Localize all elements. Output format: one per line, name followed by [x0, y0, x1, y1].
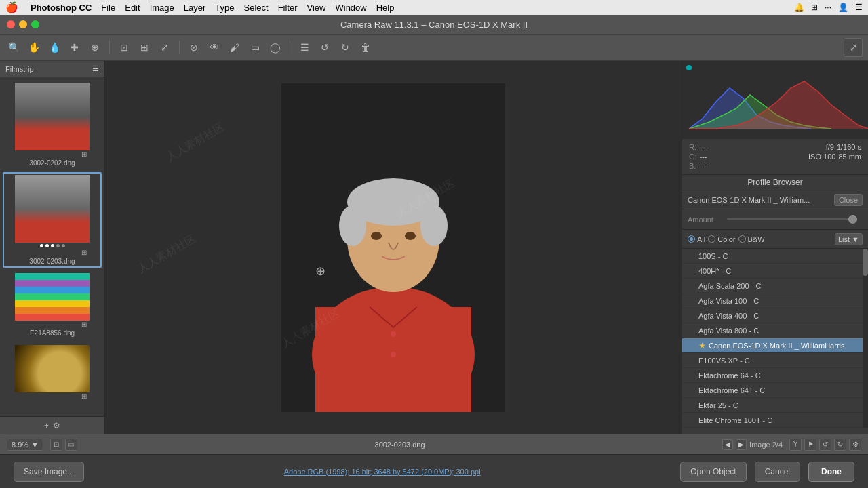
menu-layer[interactable]: Layer	[184, 3, 206, 13]
profile-item-9-name: Ektachrome 64T - C	[698, 386, 765, 394]
profile-item-1[interactable]: 400H* - C	[682, 264, 863, 279]
filmstrip-sync-icon-3[interactable]: ⊞	[81, 392, 87, 400]
filmstrip-item-3[interactable]: ⊞	[3, 342, 102, 404]
rating-icon[interactable]: Y	[789, 439, 802, 451]
radio-color-dot	[708, 235, 715, 243]
svg-point-10	[391, 331, 396, 337]
close-button[interactable]	[7, 20, 15, 28]
more-icon[interactable]: ···	[825, 3, 831, 12]
targeted-adjustment-tool[interactable]: ⊕	[87, 39, 103, 56]
filmstrip-sync-icon-1[interactable]: ⊞	[81, 249, 87, 256]
profile-item-4[interactable]: Agfa Vista 400 - C	[682, 308, 863, 323]
canvas-image: ⊕	[281, 83, 505, 412]
menu-select[interactable]: Select	[243, 3, 268, 13]
radio-bw[interactable]: B&W	[738, 235, 765, 243]
filmstrip-item-2[interactable]: ⊞ E21A8856.dng	[3, 270, 102, 340]
delete-tool[interactable]: 🗑	[357, 39, 374, 56]
done-button[interactable]: Done	[808, 462, 854, 482]
profile-close-button[interactable]: Close	[834, 194, 863, 206]
list-filter-select[interactable]: List ▼	[835, 233, 863, 245]
zoom-tool[interactable]: 🔍	[5, 39, 22, 56]
apple-menu[interactable]: 🍎	[5, 1, 18, 14]
spot-removal-tool[interactable]: ⊘	[186, 39, 202, 56]
adjustment-brush-tool[interactable]: 🖌	[226, 39, 243, 56]
straighten-tool[interactable]: ⊞	[136, 39, 153, 56]
filmstrip-add-icon[interactable]: +	[44, 421, 49, 430]
crop-tool[interactable]: ⊡	[116, 39, 132, 56]
radial-filter-tool[interactable]: ◯	[267, 39, 283, 56]
settings-icon[interactable]: ⚙	[849, 439, 861, 451]
prev-image-button[interactable]: ◀	[722, 439, 733, 450]
fullscreen-icon[interactable]: ⤢	[844, 38, 863, 57]
cancel-button[interactable]: Cancel	[755, 462, 800, 482]
save-image-button[interactable]: Save Image...	[14, 462, 84, 482]
profile-item-8[interactable]: Ektachrome 64 - C	[682, 368, 863, 383]
zoom-dropdown-icon[interactable]: ▼	[31, 441, 39, 449]
view-compare-icon[interactable]: ▭	[65, 439, 77, 451]
search-icon[interactable]: ☰	[855, 3, 863, 12]
menu-window[interactable]: Window	[335, 3, 366, 13]
amount-slider-handle[interactable]	[848, 215, 857, 224]
scrollbar-thumb[interactable]	[863, 249, 868, 276]
menu-file[interactable]: File	[101, 3, 115, 13]
notification-icon[interactable]: 🔔	[794, 3, 804, 12]
menu-filter[interactable]: Filter	[278, 3, 298, 13]
svg-point-11	[391, 352, 396, 357]
profile-item-9[interactable]: Ektachrome 64T - C	[682, 383, 863, 398]
profile-item-11[interactable]: Elite Chrome 160T - C	[682, 413, 863, 428]
preferences-tool[interactable]: ☰	[296, 39, 313, 56]
maximize-button[interactable]	[31, 20, 39, 28]
red-eye-tool[interactable]: 👁	[206, 39, 222, 56]
view-single-icon[interactable]: ⊡	[50, 439, 62, 451]
profile-item-7[interactable]: E100VS XP - C	[682, 353, 863, 368]
profile-scrollbar-area: 100S - C 400H* - C Agfa Scala 200 - C Ag…	[682, 249, 868, 428]
graduated-filter-tool[interactable]: ▭	[247, 39, 263, 56]
filmstrip-header: Filmstrip ☰	[0, 61, 104, 77]
menu-type[interactable]: Type	[215, 3, 234, 13]
profile-item-5[interactable]: Agfa Vista 800 - C	[682, 323, 863, 338]
profile-panel: Canon EOS-1D X Mark II _ William... Clos…	[682, 190, 868, 434]
window-title: Camera Raw 11.3.1 – Canon EOS-1D X Mark …	[340, 20, 528, 30]
menu-edit[interactable]: Edit	[125, 3, 140, 13]
filmstrip-sync-icon-2[interactable]: ⊞	[81, 321, 87, 328]
transform-tool[interactable]: ⤢	[157, 39, 173, 56]
color-sampler-tool[interactable]: ✚	[66, 39, 83, 56]
filmstrip-item-0[interactable]: ⊞ 3002-0202.dng	[3, 80, 102, 169]
flag-icon[interactable]: ⚑	[804, 439, 816, 451]
filmstrip-dot-1	[45, 244, 49, 247]
profile-item-3[interactable]: Agfa Vista 100 - C	[682, 293, 863, 308]
filmstrip-settings-icon[interactable]: ⚙	[53, 421, 60, 430]
user-icon[interactable]: 👤	[838, 3, 848, 12]
radio-all[interactable]: All	[688, 235, 705, 243]
profile-item-2[interactable]: Agfa Scala 200 - C	[682, 279, 863, 293]
rotate-right-icon[interactable]: ↻	[834, 439, 846, 451]
rotate-left-icon[interactable]: ↺	[819, 439, 831, 451]
minimize-button[interactable]	[19, 20, 27, 28]
profile-list-scrollbar[interactable]	[863, 249, 868, 428]
rotate-ccw-tool[interactable]: ↺	[317, 39, 333, 56]
next-image-button[interactable]: ▶	[736, 439, 747, 450]
profile-item-0[interactable]: 100S - C	[682, 249, 863, 264]
profile-item-10[interactable]: Ektar 25 - C	[682, 398, 863, 413]
menu-view[interactable]: View	[307, 3, 326, 13]
rotate-cw-tool[interactable]: ↻	[337, 39, 353, 56]
filmstrip-sync-icon-0[interactable]: ⊞	[81, 150, 87, 158]
filmstrip-menu-icon[interactable]: ☰	[92, 64, 99, 73]
right-panel: R: --- f/9 1/160 s G: --- ISO 100 85 mm …	[682, 61, 868, 434]
white-balance-tool[interactable]: 💧	[46, 39, 62, 56]
app-name[interactable]: Photoshop CC	[31, 3, 92, 13]
image-info-text[interactable]: Adobe RGB (1998); 16 bit; 3648 by 5472 (…	[92, 468, 672, 476]
hand-tool[interactable]: ✋	[26, 39, 42, 56]
watermark-2: 人人素材社区	[135, 232, 199, 277]
rgb-r-row: R: ---	[689, 143, 775, 151]
radio-all-label: All	[697, 235, 705, 243]
share-icon[interactable]: ⊞	[811, 3, 818, 12]
menu-image[interactable]: Image	[150, 3, 174, 13]
menu-help[interactable]: Help	[376, 3, 395, 13]
radio-color[interactable]: Color	[708, 235, 735, 243]
profile-item-6[interactable]: ★ Canon EOS-1D X Mark II _ WilliamHarris	[682, 338, 863, 353]
filmstrip-item-1[interactable]: ⊞ 3002-0203.dng	[3, 172, 102, 268]
open-object-button[interactable]: Open Object	[680, 462, 746, 482]
amount-slider[interactable]	[727, 218, 857, 220]
zoom-control[interactable]: 8.9% ▼	[7, 439, 43, 451]
